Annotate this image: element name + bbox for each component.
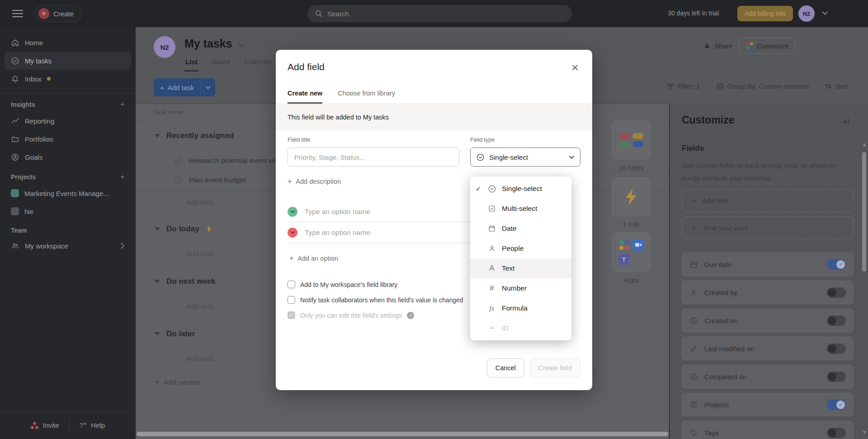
create-button[interactable]: + Create xyxy=(34,5,82,22)
horizontal-scrollbar[interactable] xyxy=(137,432,668,436)
tab-choose-from-library[interactable]: Choose from library xyxy=(338,90,395,104)
task-check-circle-icon[interactable] xyxy=(174,156,183,165)
add-insight-icon[interactable]: + xyxy=(120,100,125,109)
add-task-row[interactable]: Add task... xyxy=(186,302,219,310)
dropdown-item-single-select[interactable]: ✓ Single-select xyxy=(470,179,571,199)
account-chevron-down-icon[interactable] xyxy=(822,11,828,15)
dropdown-item-multi-select[interactable]: Multi-select xyxy=(470,199,571,219)
column-header-task-name[interactable]: Task name xyxy=(154,109,183,115)
field-label: Created by xyxy=(704,289,821,296)
section-title-label: Do later xyxy=(166,329,195,339)
group-by-label: Group by: Custom sections xyxy=(727,82,809,90)
create-field-button[interactable]: Create field xyxy=(530,358,580,377)
hamburger-menu-icon[interactable] xyxy=(12,8,24,19)
group-by-button[interactable]: Group by: Custom sections xyxy=(717,82,809,90)
sidebar-item-project-hie[interactable]: hie xyxy=(5,202,131,220)
dropdown-item-text[interactable]: A Text xyxy=(470,258,571,278)
add-task-dropdown-chevron[interactable] xyxy=(200,78,215,96)
task-row[interactable]: Plan event budget xyxy=(174,176,245,185)
scrollbar-down-arrow[interactable]: ▼ xyxy=(862,429,867,435)
add-task-row[interactable]: Add task... xyxy=(186,355,219,363)
share-button[interactable]: Share xyxy=(703,38,732,54)
customize-button[interactable]: Customize xyxy=(739,38,796,54)
sidebar-item-goals[interactable]: Goals xyxy=(5,148,131,166)
vertical-scrollbar[interactable] xyxy=(862,152,866,272)
collapse-triangle-icon[interactable] xyxy=(155,134,160,138)
sidebar-item-home[interactable]: Home xyxy=(5,33,131,52)
tab-calendar[interactable]: Calendar xyxy=(244,55,273,72)
field-title-input[interactable] xyxy=(288,148,459,167)
customize-label: Customize xyxy=(757,42,789,50)
footer-divider xyxy=(69,420,70,431)
task-row[interactable]: Research potential event ve xyxy=(174,156,276,165)
dropdown-item-date[interactable]: Date xyxy=(470,219,571,239)
tab-board[interactable]: Board xyxy=(211,55,231,72)
cancel-button[interactable]: Cancel xyxy=(487,358,524,377)
collapse-triangle-icon[interactable] xyxy=(155,332,160,336)
task-check-circle-icon[interactable] xyxy=(174,176,183,185)
help-button[interactable]: ?✦ Help xyxy=(80,421,105,429)
customize-grid-icon xyxy=(746,42,753,49)
collapse-panel-icon[interactable] xyxy=(840,117,850,127)
search-input[interactable]: Search xyxy=(307,5,572,22)
rules-preview-card[interactable] xyxy=(612,177,651,216)
sidebar-item-label: My tasks xyxy=(25,57,52,65)
tab-create-new[interactable]: Create new xyxy=(288,90,322,104)
fields-preview-card[interactable] xyxy=(612,120,651,159)
field-label: Due date xyxy=(704,261,821,268)
sort-icon xyxy=(825,83,832,90)
sidebar-item-label: Inbox xyxy=(25,75,42,83)
due-date-toggle[interactable]: ✓ xyxy=(827,259,846,270)
last-modified-toggle[interactable] xyxy=(827,344,846,354)
add-field-button[interactable]: + Add field xyxy=(682,189,854,212)
completed-on-toggle[interactable] xyxy=(827,372,846,382)
add-section-button[interactable]: + Add section xyxy=(155,377,201,387)
sidebar-item-reporting[interactable]: Reporting xyxy=(5,112,131,130)
task-name[interactable]: Plan event budget xyxy=(189,176,245,184)
time-your-work-button[interactable]: + Time your work xyxy=(682,216,854,239)
add-billing-info-button[interactable]: Add billing info xyxy=(737,6,793,21)
tab-list[interactable]: List xyxy=(184,55,198,72)
tags-toggle[interactable] xyxy=(827,428,846,438)
home-icon xyxy=(11,38,19,47)
option-color-swatch-red[interactable] xyxy=(288,228,297,238)
dropdown-item-formula[interactable]: fx Formula xyxy=(470,298,571,318)
sort-button[interactable]: Sort xyxy=(825,82,848,90)
user-avatar[interactable]: N2 xyxy=(798,5,815,22)
dropdown-item-people[interactable]: People xyxy=(470,239,571,258)
trial-countdown: 30 days left in trial xyxy=(668,10,719,17)
created-by-toggle[interactable] xyxy=(827,287,846,298)
add-task-row[interactable]: Add task... xyxy=(186,250,219,258)
rule-bolt-icon xyxy=(623,187,639,206)
sidebar-item-inbox[interactable]: Inbox xyxy=(5,70,131,88)
field-title-label: Field title xyxy=(288,137,310,143)
add-option-button[interactable]: + Add an option xyxy=(289,254,338,262)
dropdown-item-number[interactable]: # Number xyxy=(470,278,571,298)
add-task-button[interactable]: + Add task xyxy=(154,78,215,96)
option-color-swatch-green[interactable] xyxy=(288,207,297,217)
sidebar-item-my-workspace[interactable]: My workspace xyxy=(5,237,131,255)
created-on-toggle[interactable] xyxy=(827,315,846,326)
add-task-row[interactable]: Add task... xyxy=(186,198,219,206)
sidebar-item-portfolios[interactable]: Marketing Events Manage... Portfolios xyxy=(5,130,131,148)
sidebar-item-project-marketing[interactable]: Marketing Events Manage... xyxy=(5,184,131,202)
task-name[interactable]: Research potential event ve xyxy=(189,157,276,165)
collapse-triangle-icon[interactable] xyxy=(155,227,160,231)
checkbox-unchecked[interactable] xyxy=(288,281,295,288)
collapse-triangle-icon[interactable] xyxy=(155,280,160,283)
invite-button[interactable]: Invite xyxy=(31,421,59,429)
apps-preview-card[interactable]: T ··· xyxy=(612,233,651,272)
checkbox-label: Only you can edit this field's settings xyxy=(300,312,402,319)
scrollbar-up-arrow[interactable]: ▲ xyxy=(862,141,867,148)
projects-toggle[interactable]: ✓ xyxy=(827,400,846,410)
close-icon[interactable]: ✕ xyxy=(568,61,582,75)
filter-button[interactable]: Filter: 1 xyxy=(667,82,700,90)
page-title[interactable]: My tasks xyxy=(184,37,244,50)
add-description-button[interactable]: + Add description xyxy=(288,177,341,186)
field-type-select[interactable]: Single-select xyxy=(470,148,580,167)
apps-label: Apps xyxy=(599,276,663,284)
add-project-icon[interactable]: + xyxy=(120,172,125,181)
sidebar-item-my-tasks[interactable]: My tasks xyxy=(5,52,131,70)
checkbox-unchecked[interactable] xyxy=(288,296,295,304)
section-title-label: Recently assigned xyxy=(166,131,234,140)
